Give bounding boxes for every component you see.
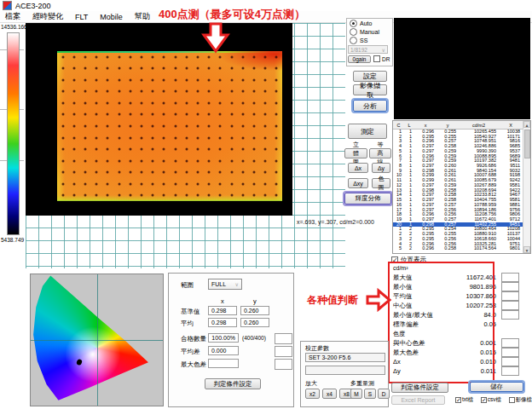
judgment-slot: [501, 310, 519, 320]
radio-icon[interactable]: [350, 20, 357, 27]
multi-D-button[interactable]: D: [378, 389, 390, 399]
calibration-value2-field[interactable]: [305, 366, 385, 375]
measure-point: [219, 78, 222, 81]
file-check-csv檔[interactable]: csv檔: [481, 396, 501, 404]
file-check-影像檔[interactable]: 影像檔: [509, 396, 532, 404]
gain-button[interactable]: 0gain: [348, 55, 371, 63]
table-row[interactable]: 520.2960.25810174.5649801: [393, 246, 530, 251]
measure-point: [163, 67, 165, 70]
scroll-down-icon[interactable]: ▼: [523, 246, 530, 253]
measure-point: [230, 194, 233, 197]
stat-row: 最小值/最大值84.0: [390, 310, 500, 320]
measure-point: [61, 101, 64, 104]
measure-point: [107, 159, 109, 162]
measure-point: [118, 125, 120, 128]
reference-display[interactable]: [394, 18, 530, 119]
exposure-radio-auto[interactable]: Auto: [350, 20, 392, 27]
luminance-distribution-button[interactable]: 輝度分佈: [344, 193, 391, 204]
exposure-radio-manual[interactable]: Manual: [350, 28, 392, 36]
measure-point: [241, 194, 244, 197]
contour-button[interactable]: 等高線: [369, 148, 391, 158]
range-select[interactable]: FULL ∨: [208, 279, 242, 290]
calibration-panel: 校正參數 SET 3-200 F5.6 放大 多重量測 x2x4x8 MSD: [300, 341, 389, 407]
judge-condition-button[interactable]: 判定條件設定: [205, 378, 261, 389]
measure-point: [72, 159, 75, 162]
multi-S-button[interactable]: S: [364, 389, 376, 399]
radio-icon[interactable]: [350, 37, 357, 44]
measure-point: [275, 171, 278, 174]
table-scrollbar[interactable]: ▲ ▼: [523, 121, 530, 253]
measure-point: [197, 171, 200, 174]
menu-item[interactable]: FLT: [75, 13, 88, 21]
base-x-field[interactable]: 0.298: [208, 306, 237, 315]
measure-point: [84, 101, 87, 104]
analyze-button[interactable]: 分析: [353, 100, 387, 112]
measure-point: [163, 171, 165, 174]
measure-point: [197, 194, 200, 197]
table-body[interactable]: 110.2960.25510265.45510038210.2950.25510…: [393, 130, 530, 251]
dr-checkbox-row[interactable]: DR: [373, 55, 390, 62]
scrollbar-thumb[interactable]: [524, 130, 530, 158]
save-button[interactable]: 儲存: [470, 382, 523, 392]
measure-point: [253, 55, 256, 58]
color-map-button[interactable]: 色圖: [372, 178, 390, 188]
measure-point: [219, 148, 222, 151]
measure-point: [197, 136, 200, 139]
measure-point: [141, 90, 143, 93]
measure-point: [72, 148, 75, 151]
measure-point: [185, 101, 188, 104]
measure-point: [72, 125, 75, 128]
menu-item[interactable]: 幫助: [135, 11, 150, 22]
stat-value: 10307.860: [466, 292, 496, 300]
luminance-heatmap[interactable]: [57, 51, 282, 201]
exposure-select[interactable]: 1/8192 ∨: [348, 45, 388, 54]
checkbox-icon[interactable]: [509, 397, 515, 403]
measure-point: [118, 136, 120, 139]
measure-point: [163, 55, 165, 58]
image-display[interactable]: [26, 23, 292, 216]
table-cell: 10174.564: [459, 246, 499, 251]
delta-y-button[interactable]: Δy: [372, 163, 390, 173]
exposure-radio-ss[interactable]: SS: [350, 37, 392, 44]
avgdiff-field[interactable]: 0.000: [208, 346, 239, 355]
chevron-down-icon: ∨: [235, 281, 239, 287]
measure-button[interactable]: 測定: [348, 124, 387, 139]
delta-x-button[interactable]: Δx: [348, 163, 368, 173]
table-col-header: cd/m2: [459, 123, 499, 128]
file-check-txt檔[interactable]: txt檔: [455, 396, 473, 404]
measurement-table[interactable]: CLxycd/m2X 110.2960.25510265.45510038210…: [392, 120, 531, 254]
avg-y-field[interactable]: 0.260: [240, 318, 269, 327]
position-display-checkbox[interactable]: [391, 256, 398, 263]
measure-point: [230, 67, 233, 70]
measure-point: [152, 90, 154, 93]
measure-point: [152, 194, 154, 197]
judgment-slot: [501, 291, 519, 301]
measure-point: [230, 113, 233, 116]
menu-item[interactable]: 經時變化: [32, 11, 63, 22]
measure-point: [264, 159, 267, 162]
pass-pct-field[interactable]: 100.00%: [208, 333, 239, 343]
calibration-value-field[interactable]: SET 3-200 F5.6: [305, 353, 385, 362]
measure-point: [174, 125, 176, 128]
base-y-field[interactable]: 0.260: [240, 306, 269, 315]
radio-icon[interactable]: [350, 28, 357, 36]
checkbox-icon[interactable]: [455, 397, 461, 403]
stereo-view-button[interactable]: 立體圖: [344, 148, 367, 158]
scroll-up-icon[interactable]: ▲: [523, 121, 530, 128]
checkbox-icon[interactable]: [481, 397, 487, 403]
table-cell: 9801: [499, 246, 523, 251]
multi-M-button[interactable]: M: [350, 389, 362, 399]
menu-item[interactable]: 檔案: [5, 11, 20, 22]
delta-xy-button[interactable]: Δxy: [348, 178, 368, 188]
avg-x-field[interactable]: 0.298: [208, 318, 237, 327]
judge-condition-button[interactable]: 判定條件設定: [391, 383, 448, 393]
zoom-x2-button[interactable]: x2: [305, 389, 320, 399]
cie-diagram[interactable]: [30, 274, 164, 406]
capture-button[interactable]: 影像擷取: [353, 84, 387, 95]
measure-point: [163, 148, 165, 151]
menu-item[interactable]: Mobile: [100, 13, 123, 21]
zoom-x4-button[interactable]: x4: [322, 389, 337, 399]
maxdiff-field[interactable]: [208, 359, 239, 368]
dr-checkbox[interactable]: [373, 55, 380, 62]
measure-point: [152, 171, 154, 174]
